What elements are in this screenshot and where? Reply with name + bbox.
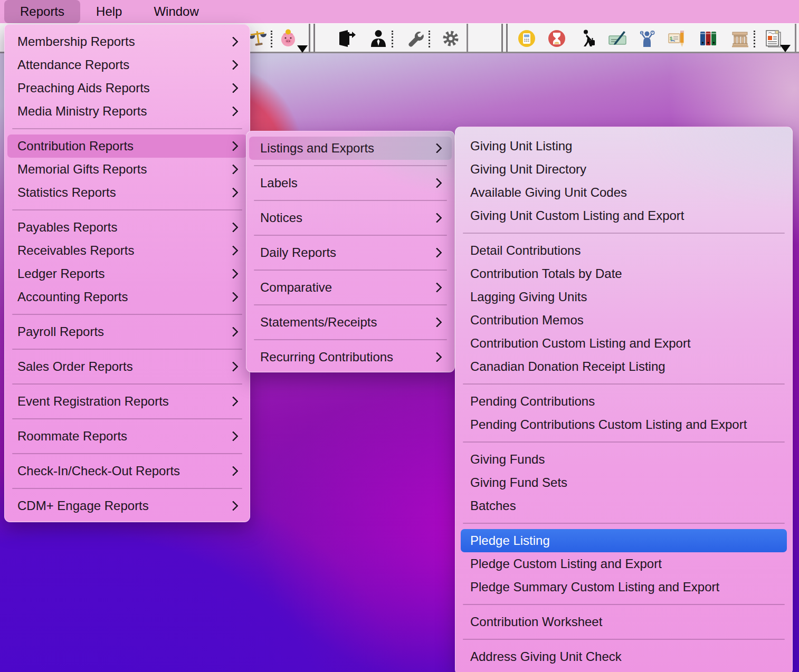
menu-item-label: CDM+ Engage Reports [17, 498, 230, 513]
menu-item-accounting-reports[interactable]: Accounting Reports [7, 285, 247, 309]
menu-item-roommate-reports[interactable]: Roommate Reports [7, 425, 247, 448]
svg-text:$: $ [641, 31, 642, 34]
menu-item-detail-contributions[interactable]: Detail Contributions [461, 239, 787, 262]
menu-item-label: Pending Contributions [470, 394, 777, 409]
menu-item-contribution-memos[interactable]: Contribution Memos [461, 309, 787, 332]
menu-item-label: Ledger Reports [17, 266, 230, 281]
menubar-item-reports[interactable]: Reports [4, 0, 80, 23]
menu-separator [5, 413, 250, 425]
menu-item-label: Membership Reports [17, 34, 230, 49]
menu-item-giving-fund-sets[interactable]: Giving Fund Sets [461, 471, 787, 494]
contribution-reports-submenu: Listings and ExportsLabelsNoticesDaily R… [246, 131, 455, 372]
submenu-chevron-icon [432, 317, 442, 328]
listings-and-exports-submenu: Giving Unit ListingGiving Unit Directory… [455, 127, 793, 672]
menu-item-label: Check-In/Check-Out Reports [17, 464, 230, 478]
submenu-chevron-icon [228, 187, 239, 198]
menu-item-payroll-reports[interactable]: Payroll Reports [7, 320, 247, 343]
menu-item-preaching-aids-reports[interactable]: Preaching Aids Reports [7, 76, 247, 100]
menubar-item-help[interactable]: Help [80, 0, 138, 23]
reports-menu: Membership ReportsAttendance ReportsPrea… [4, 24, 250, 522]
menubar: Reports Help Window [0, 0, 799, 23]
menu-item-ledger-reports[interactable]: Ledger Reports [7, 262, 247, 285]
menu-item-label: Recurring Contributions [260, 350, 433, 364]
piggy-dropdown-arrow-icon[interactable] [297, 45, 308, 53]
menu-item-label: Contribution Memos [470, 313, 777, 328]
menu-item-pledge-listing[interactable]: Pledge Listing [461, 529, 787, 552]
submenu-chevron-icon [432, 247, 442, 258]
menu-item-label: Event Registration Reports [17, 394, 230, 409]
menu-item-contribution-custom-listing-and-export[interactable]: Contribution Custom Listing and Export [461, 332, 787, 355]
menu-item-memorial-gifts-reports[interactable]: Memorial Gifts Reports [7, 158, 247, 181]
piggy-bank-icon[interactable] [280, 29, 309, 48]
gear-icon[interactable] [441, 29, 460, 48]
scales-icon[interactable] [249, 29, 268, 48]
menu-item-cdm-engage-reports[interactable]: CDM+ Engage Reports [7, 494, 247, 517]
menu-item-attendance-reports[interactable]: Attendance Reports [7, 53, 247, 76]
menu-item-recurring-contributions[interactable]: Recurring Contributions [249, 345, 452, 369]
menu-item-label: Pledge Summary Custom Listing and Export [470, 580, 777, 594]
menu-separator [5, 343, 250, 355]
menu-separator [246, 160, 454, 171]
menu-item-contribution-worksheet[interactable]: Contribution Worksheet [461, 610, 787, 633]
menu-item-giving-unit-listing[interactable]: Giving Unit Listing [461, 135, 787, 158]
menu-item-contribution-reports[interactable]: Contribution Reports [7, 135, 247, 158]
menu-item-daily-reports[interactable]: Daily Reports [249, 241, 452, 264]
traveler-icon[interactable] [578, 29, 597, 48]
menu-item-canadian-donation-receipt-listing[interactable]: Canadian Donation Receipt Listing [461, 355, 787, 378]
menu-item-pending-contributions-custom-listing-and-export[interactable]: Pending Contributions Custom Listing and… [461, 413, 787, 436]
report-document-icon[interactable] [764, 29, 792, 48]
menu-item-address-giving-unit-check[interactable]: Address Giving Unit Check [461, 645, 787, 668]
menu-separator [246, 299, 454, 311]
submenu-chevron-icon [228, 501, 239, 511]
toolbar-separator [467, 24, 468, 52]
hourglass-icon[interactable] [547, 29, 566, 48]
menu-item-media-ministry-reports[interactable]: Media Ministry Reports [7, 100, 247, 123]
menu-separator [455, 378, 792, 390]
check-pencil-icon[interactable]: $ [667, 29, 686, 48]
menu-item-giving-unit-directory[interactable]: Giving Unit Directory [461, 158, 787, 181]
menu-item-statements-receipts[interactable]: Statements/Receipts [249, 311, 452, 334]
binders-icon[interactable] [699, 29, 718, 48]
report-dropdown-arrow-icon[interactable] [780, 45, 791, 52]
menu-item-check-in-check-out-reports[interactable]: Check-In/Check-Out Reports [7, 459, 247, 483]
menu-item-labels[interactable]: Labels [249, 171, 452, 195]
menu-item-comparative[interactable]: Comparative [249, 276, 452, 299]
menu-item-payables-reports[interactable]: Payables Reports [7, 216, 247, 239]
menu-item-pending-contributions[interactable]: Pending Contributions [461, 390, 787, 413]
bank-icon[interactable] [730, 29, 749, 48]
menu-item-giving-unit-custom-listing-and-export[interactable]: Giving Unit Custom Listing and Export [461, 204, 787, 227]
menu-item-available-giving-unit-codes[interactable]: Available Giving Unit Codes [461, 181, 787, 204]
wrench-icon[interactable] [405, 29, 424, 48]
menu-separator [5, 309, 250, 320]
menu-item-statistics-reports[interactable]: Statistics Reports [7, 181, 247, 204]
menu-item-giving-funds[interactable]: Giving Funds [461, 448, 787, 471]
check-writing-icon[interactable] [608, 29, 627, 48]
menu-item-sales-order-reports[interactable]: Sales Order Reports [7, 355, 247, 378]
menu-item-pledge-custom-listing-and-export[interactable]: Pledge Custom Listing and Export [461, 552, 787, 575]
menubar-item-window[interactable]: Window [138, 0, 214, 23]
calculator-icon[interactable] [517, 29, 536, 48]
menu-item-listings-and-exports[interactable]: Listings and Exports [249, 137, 452, 160]
submenu-chevron-icon [228, 396, 239, 407]
menu-item-notices[interactable]: Notices [249, 206, 452, 229]
menu-item-batches[interactable]: Batches [461, 494, 787, 517]
exit-door-icon[interactable] [337, 29, 356, 48]
submenu-chevron-icon [432, 213, 442, 223]
menu-item-event-registration-reports[interactable]: Event Registration Reports [7, 390, 247, 413]
money-manager-icon[interactable]: $ [638, 29, 657, 48]
menu-item-label: Address Giving Unit Check [470, 649, 777, 664]
menu-item-label: Giving Unit Directory [470, 162, 777, 177]
menu-separator [455, 599, 792, 610]
menu-item-label: Canadian Donation Receipt Listing [470, 359, 777, 374]
menu-item-label: Listings and Exports [260, 141, 433, 156]
menu-item-label: Memorial Gifts Reports [17, 162, 230, 177]
menu-item-pledge-summary-custom-listing-and-export[interactable]: Pledge Summary Custom Listing and Export [461, 575, 787, 599]
user-icon[interactable] [369, 29, 388, 48]
submenu-chevron-icon [228, 466, 239, 476]
menu-item-label: Comparative [260, 280, 433, 295]
menu-item-membership-reports[interactable]: Membership Reports [7, 30, 247, 53]
menu-item-lagging-giving-units[interactable]: Lagging Giving Units [461, 285, 787, 309]
menu-item-contribution-totals-by-date[interactable]: Contribution Totals by Date [461, 262, 787, 285]
menu-item-receivables-reports[interactable]: Receivables Reports [7, 239, 247, 262]
menu-item-label: Available Giving Unit Codes [470, 185, 777, 200]
